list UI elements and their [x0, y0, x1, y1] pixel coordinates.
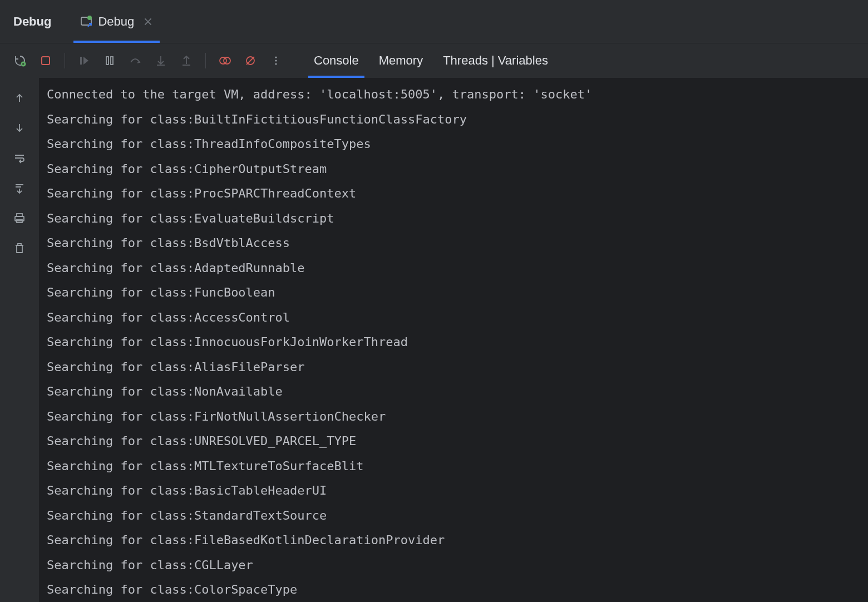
active-tab-indicator: [73, 41, 160, 43]
stop-button[interactable]: [36, 51, 56, 71]
debug-body: Connected to the target VM, address: 'lo…: [0, 78, 868, 602]
scroll-to-end-button[interactable]: [9, 178, 29, 198]
step-out-button[interactable]: [176, 51, 196, 71]
pause-button[interactable]: [100, 51, 120, 71]
step-over-button[interactable]: [125, 51, 145, 71]
run-config-icon: [80, 16, 92, 28]
view-breakpoints-button[interactable]: [215, 51, 235, 71]
scroll-up-button[interactable]: [9, 88, 29, 108]
tab-console[interactable]: Console: [314, 43, 359, 78]
soft-wrap-button[interactable]: [9, 148, 29, 168]
svg-point-1: [87, 16, 92, 20]
tab-memory[interactable]: Memory: [379, 43, 423, 78]
more-actions-button[interactable]: [266, 51, 286, 71]
console-gutter: [0, 78, 39, 602]
debug-tool-window-title: Debug: [13, 14, 51, 29]
svg-point-11: [275, 60, 277, 61]
svg-point-10: [275, 56, 277, 58]
close-icon[interactable]: [143, 17, 153, 27]
svg-rect-4: [80, 57, 82, 65]
debug-sub-tabs: Console Memory Threads | Variables: [314, 43, 548, 78]
svg-point-8: [224, 57, 230, 64]
svg-rect-5: [106, 57, 108, 65]
header: Debug Debug: [0, 0, 868, 43]
console-output[interactable]: Connected to the target VM, address: 'lo…: [39, 78, 868, 602]
debug-session-tab[interactable]: Debug: [73, 0, 160, 43]
scroll-down-button[interactable]: [9, 118, 29, 138]
mute-breakpoints-button[interactable]: [240, 51, 260, 71]
separator: [65, 53, 65, 68]
clear-all-button[interactable]: [9, 238, 29, 258]
tab-label: Debug: [98, 14, 134, 29]
resume-button[interactable]: [74, 51, 94, 71]
print-button[interactable]: [9, 208, 29, 228]
rerun-button[interactable]: [10, 51, 30, 71]
tab-threads-variables[interactable]: Threads | Variables: [443, 43, 548, 78]
svg-point-7: [220, 57, 226, 64]
svg-point-12: [275, 63, 277, 65]
svg-rect-3: [42, 57, 50, 65]
svg-rect-6: [111, 57, 113, 65]
debug-toolbar: Console Memory Threads | Variables: [0, 43, 868, 78]
step-into-button[interactable]: [151, 51, 171, 71]
separator: [205, 53, 206, 68]
